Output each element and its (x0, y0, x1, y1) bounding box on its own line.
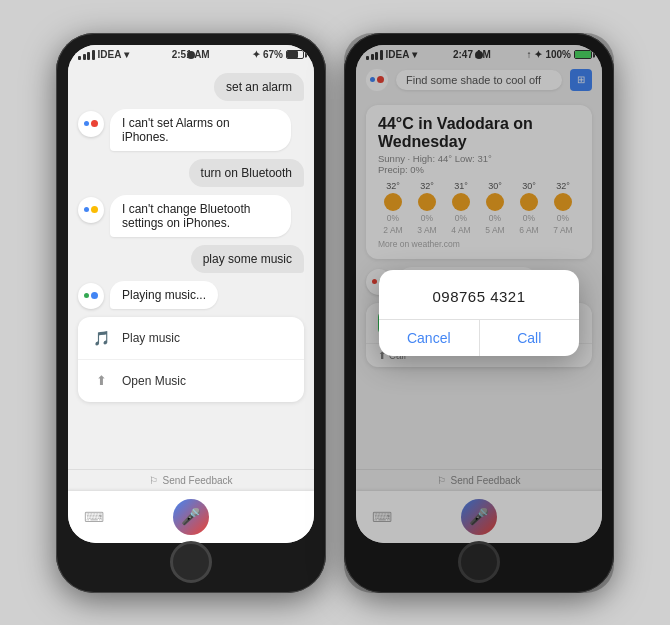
feedback-icon-1: ⚐ (149, 475, 158, 486)
music-note-icon: 🎵 (90, 327, 112, 349)
open-music-label: Open Music (122, 374, 186, 388)
avatar-2 (78, 197, 104, 223)
status-left: IDEA ▾ (78, 49, 129, 60)
phone-1: IDEA ▾ 2:51 AM ✦ 67% set an alarm (56, 33, 326, 593)
response-bluetooth: I can't change Bluetooth settings on iPh… (78, 195, 304, 237)
call-dialog-overlay: 098765 4321 Cancel Call (356, 45, 602, 543)
keyboard-icon-1[interactable]: ⌨ (80, 503, 108, 531)
phone-2: IDEA ▾ 2:47 AM ↑ ✦ 100% (344, 33, 614, 593)
music-card: 🎵 Play music ⬆ Open Music (78, 317, 304, 402)
ga-logo-3 (84, 292, 98, 299)
bluetooth-icon: ✦ (252, 49, 260, 60)
mic-icon-1: 🎤 (181, 507, 201, 526)
home-button-area-1 (68, 543, 314, 581)
bubble-bluetooth: turn on Bluetooth (189, 159, 304, 187)
home-button-1[interactable] (170, 541, 212, 583)
open-music-icon: ⬆ (90, 370, 112, 392)
call-dialog: 098765 4321 Cancel Call (379, 270, 579, 356)
feedback-btn-1[interactable]: ⚐ Send Feedback (149, 475, 232, 486)
dialog-number: 098765 4321 (395, 288, 563, 305)
phones-container: IDEA ▾ 2:51 AM ✦ 67% set an alarm (56, 33, 614, 593)
avatar-3 (78, 283, 104, 309)
chat-area-1: set an alarm I can't set Alarms on iPhon… (68, 65, 314, 469)
ga-logo (84, 120, 98, 127)
play-music-label: Play music (122, 331, 180, 345)
mic-bar-1: ⌨ 🎤 (68, 491, 314, 543)
bubble-alarm: set an alarm (214, 73, 304, 101)
avatar-1 (78, 111, 104, 137)
mic-button-1[interactable]: 🎤 (173, 499, 209, 535)
response-music: Playing music... (78, 281, 304, 309)
cancel-button[interactable]: Cancel (379, 320, 480, 356)
bubble-left-music: Playing music... (110, 281, 218, 309)
wifi-icon: ▾ (124, 49, 129, 60)
play-music-item[interactable]: 🎵 Play music (78, 317, 304, 360)
status-right-1: ✦ 67% (252, 49, 304, 60)
bubble-music: play some music (191, 245, 304, 273)
phone-1-screen: IDEA ▾ 2:51 AM ✦ 67% set an alarm (68, 45, 314, 543)
ga-logo-2 (84, 206, 98, 213)
bubble-left-bluetooth: I can't change Bluetooth settings on iPh… (110, 195, 291, 237)
response-alarm: I can't set Alarms on iPhones. (78, 109, 304, 151)
signal-icon (78, 50, 95, 60)
phone-camera (187, 51, 195, 59)
carrier-1: IDEA (98, 49, 122, 60)
dialog-buttons: Cancel Call (379, 319, 579, 356)
battery-percent-1: 67% (263, 49, 283, 60)
bubble-left-alarm: I can't set Alarms on iPhones. (110, 109, 291, 151)
call-button[interactable]: Call (480, 320, 580, 356)
feedback-label-1: Send Feedback (162, 475, 232, 486)
open-music-item[interactable]: ⬆ Open Music (78, 360, 304, 402)
phone-2-screen: IDEA ▾ 2:47 AM ↑ ✦ 100% (356, 45, 602, 543)
battery-icon-1 (286, 50, 304, 59)
bottom-bar-1: ⚐ Send Feedback (68, 469, 314, 491)
